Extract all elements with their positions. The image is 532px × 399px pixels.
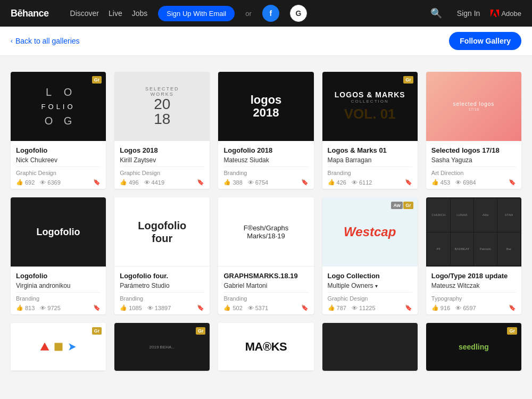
logo: Bēhance	[11, 8, 49, 19]
signup-button[interactable]: Sign Up With Email	[158, 6, 235, 21]
card-logofolio2018[interactable]: logos2018 Logofolio 2018 Mateusz Siudak …	[218, 72, 313, 189]
thumb-text: Logofoliofour	[138, 219, 186, 245]
thumb-cell: LUNAR	[451, 198, 473, 232]
card-title: Logos 2018	[120, 146, 204, 154]
nav-jobs[interactable]: Jobs	[132, 9, 148, 18]
card-bottom-2[interactable]: Gr 2019 BEHA...	[114, 323, 210, 371]
view-icon: 👁	[248, 305, 254, 311]
thumb-text: O	[61, 86, 76, 98]
gr-badge: Gr	[92, 327, 102, 335]
page-wrapper[interactable]: Bēhance Discover Live Jobs Sign Up With …	[0, 0, 532, 399]
follow-gallery-button[interactable]: Follow Gallery	[449, 32, 521, 50]
thumb-text: selected logos	[453, 101, 494, 107]
nav-discover[interactable]: Discover	[70, 9, 99, 18]
bookmark-icon[interactable]: 🔖	[197, 179, 204, 186]
gr-badge: Gr	[507, 327, 517, 335]
thumb-cell: STAR	[497, 198, 520, 232]
thumb-text: CHURCH	[431, 213, 445, 217]
gr-badge: Gr	[403, 202, 413, 209]
view-icon: 👁	[455, 305, 461, 311]
adobe-link[interactable]: Adobe	[491, 9, 521, 18]
thumb-text: 2019 BEHA...	[149, 345, 175, 350]
thumb-icon	[39, 342, 50, 352]
like-icon: 👍	[120, 304, 127, 311]
like-icon: 👍	[120, 179, 127, 186]
card-category: Branding	[223, 170, 308, 176]
bookmark-icon[interactable]: 🔖	[509, 304, 516, 311]
bookmark-icon[interactable]: 🔖	[93, 179, 101, 186]
card-logos-marks[interactable]: Gr LOGOS & MARKS COLLECTION VOL. 01 Logo…	[322, 72, 418, 189]
card-author: Sasha Yaguza	[431, 156, 516, 164]
card-category: Branding	[120, 295, 204, 302]
card-category: Typography	[431, 295, 516, 302]
bookmark-icon[interactable]: 🔖	[301, 304, 309, 311]
thumb-text: FOLIO	[41, 103, 76, 111]
thumb-text: 2018	[145, 97, 179, 127]
card-logofolio-virginia[interactable]: Logofolio Logofolio Virginia andronikou …	[11, 197, 106, 314]
card-author: Gabriel Martoni	[223, 282, 308, 289]
nav-live[interactable]: Live	[109, 9, 122, 18]
bookmark-icon[interactable]: 🔖	[197, 304, 204, 311]
card-bottom-3[interactable]: MA®KS	[218, 323, 313, 371]
card-category: Branding	[16, 295, 101, 302]
like-icon: 👍	[328, 304, 335, 311]
bookmark-icon[interactable]: 🔖	[405, 179, 412, 186]
card-title: Logo/Type 2018 update	[431, 272, 516, 280]
bookmark-icon[interactable]: 🔖	[509, 179, 516, 186]
google-login-button[interactable]: G	[290, 5, 307, 22]
gr-badge: Gr	[403, 76, 413, 84]
card-category: Branding	[328, 170, 412, 176]
dropdown-icon[interactable]: ▾	[375, 283, 378, 289]
back-to-galleries-link[interactable]: ‹ Back to all galleries	[11, 37, 80, 45]
likes-stat: 👍 388	[223, 179, 242, 186]
signin-link[interactable]: Sign In	[457, 9, 480, 18]
card-thumb: Logofolio	[11, 197, 106, 267]
card-bottom-1[interactable]: Gr	[11, 323, 106, 371]
card-author: Nick Chukreev	[16, 156, 101, 164]
view-icon: 👁	[455, 179, 461, 186]
card-bottom-4[interactable]	[322, 323, 418, 371]
card-thumb: Logofoliofour	[114, 197, 210, 267]
card-category: Graphic Design	[328, 295, 412, 302]
card-stats: 👍 426 👁 6112 🔖	[328, 179, 412, 186]
bookmark-icon[interactable]: 🔖	[301, 179, 309, 186]
card-stats: 👍 813 👁 9725 🔖	[16, 304, 101, 311]
bookmark-icon[interactable]: 🔖	[93, 304, 101, 311]
card-logofolio1[interactable]: Gr L O FOLIO O G Logofolio Nick Chukreev…	[11, 72, 106, 189]
card-body: Logo Collection Multiple Owners ▾ Graphi…	[322, 267, 418, 314]
card-logotype2018[interactable]: CHURCH LUNAR Alibi STAR PF BADBEAT Patri…	[426, 197, 521, 314]
thumb-content: logos2018	[251, 94, 282, 119]
card-thumb: Gr seedling	[426, 323, 521, 371]
thumb-content: SELECTEDWORKS 2018	[145, 86, 179, 127]
like-icon: 👍	[16, 304, 23, 311]
card-logo-collection[interactable]: Aw Gr Westcap Logo Collection Multiple O…	[322, 197, 418, 314]
like-icon: 👍	[431, 179, 439, 186]
card-title: Logofolio 2018	[223, 146, 308, 154]
views-stat: 👁 6984	[455, 179, 476, 186]
bookmark-icon[interactable]: 🔖	[405, 304, 412, 311]
card-stats: 👍 502 👁 5371 🔖	[223, 304, 308, 311]
views-stat: 👁 11225	[352, 305, 376, 311]
card-body: GRAPHSMARKS.18.19 Gabriel Martoni Brandi…	[218, 267, 313, 314]
facebook-login-button[interactable]: f	[262, 5, 279, 22]
card-author-multi: Multiple Owners ▾	[328, 282, 412, 289]
card-selected-logos[interactable]: selected logos 17/18 Selected logos 17/1…	[426, 72, 521, 189]
view-icon: 👁	[248, 179, 254, 186]
card-title: Logo Collection	[328, 272, 412, 280]
search-icon[interactable]: 🔍	[430, 7, 442, 19]
card-logofolio-four[interactable]: Logofoliofour Logofolio four. Parámetro …	[114, 197, 210, 314]
multi-badge: Aw	[391, 202, 402, 209]
card-bottom-5[interactable]: Gr seedling	[426, 323, 521, 371]
card-graphsmarks[interactable]: F®esh/GraphsMarks/18·19 GRAPHSMARKS.18.1…	[218, 197, 313, 314]
card-thumb: Gr 2019 BEHA...	[114, 323, 210, 371]
or-label: or	[245, 10, 252, 18]
card-thumb: selected logos 17/18	[426, 72, 521, 141]
thumb-text: 17/18	[453, 107, 494, 112]
card-body: Logofolio Virginia andronikou Branding 👍…	[11, 267, 106, 314]
views-stat: 👁 13897	[147, 305, 171, 311]
thumb-cell: CHURCH	[427, 198, 450, 232]
card-logos2018[interactable]: SELECTEDWORKS 2018 Logos 2018 Kirill Zay…	[114, 72, 210, 189]
card-category: Branding	[223, 295, 308, 302]
navbar: Bēhance Discover Live Jobs Sign Up With …	[0, 0, 532, 27]
like-icon: 👍	[223, 179, 231, 186]
